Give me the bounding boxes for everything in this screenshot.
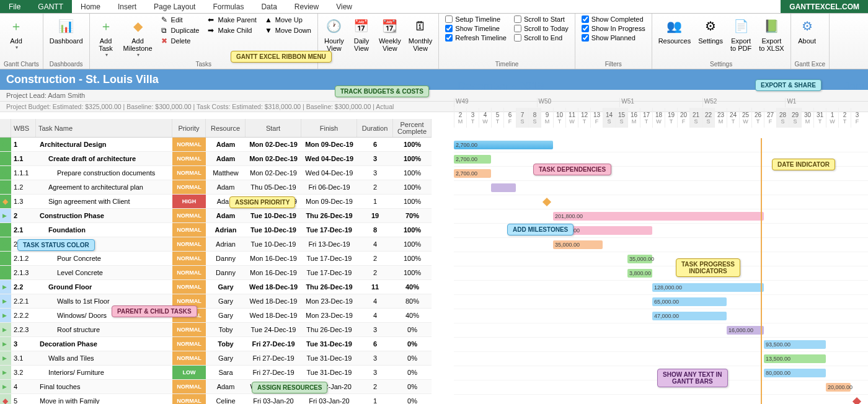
gantt-bar[interactable]: 47,000.00 [652,312,727,320]
cell-finish: Mon 23-Dec-19 [301,309,357,322]
settings-button[interactable]: ⚙Settings [696,15,725,46]
tab-formulas[interactable]: Formulas [204,0,252,13]
gantt-row[interactable] [454,181,868,195]
gantt-bar[interactable]: 35,000.00 [553,240,603,249]
gantt-row[interactable]: 65,000.00 [454,295,868,309]
table-row[interactable]: ▶3.1Walls and TilesNORMALGaryFri 27-Dec-… [0,351,432,366]
gantt-row[interactable]: 47,000.00 [454,309,868,323]
table-row[interactable]: ◆1.3Sign agreement with ClientHIGHAdamMo… [0,195,432,209]
edit-button[interactable]: ✎Edit [157,15,202,25]
gantt-bar[interactable]: 35,000.00 [627,255,652,263]
table-row[interactable]: ▶2.1FoundationNORMALAdrianTue 10-Dec-19T… [0,223,432,237]
show-completed[interactable]: Show Completed [579,15,648,24]
add-chart-button[interactable]: ＋ Add [4,15,29,51]
add-milestone-button[interactable]: ◆ Add Milestone [121,15,155,59]
make-child-button[interactable]: ➡Make Child [204,25,259,35]
about-button[interactable]: ⚙About [795,15,820,46]
cell-resource: Gary [206,309,246,322]
export-pdf-button[interactable]: 📄Export to PDF [728,15,754,53]
gantt-bar[interactable]: 2,700.00 [454,169,491,178]
gantt-row[interactable] [454,195,868,209]
gantt-row[interactable]: 16,000.00 [454,323,868,338]
cell-task: Sign agreement with Client [36,195,172,208]
add-task-button[interactable]: ＋ Add Task [94,15,118,59]
table-row[interactable]: ◆5Move in with FamilyNORMALCelineFri 03-… [0,394,432,404]
table-row[interactable]: ▶2.2.1Walls to 1st FloorNORMALGaryWed 18… [0,294,432,309]
status-cell: ▶ [0,180,11,194]
milestone-diamond[interactable] [852,397,861,404]
table-row[interactable]: ▶4Final touchesNORMALAdamWed 01-Jan-20Th… [0,380,432,394]
table-row[interactable]: ▶3.2Interiors/ FurnitureLOWSaraFri 27-De… [0,366,432,380]
setup-timeline[interactable]: Setup Timeline [443,15,509,24]
duplicate-button[interactable]: ⧉Duplicate [157,25,202,35]
callout-parent-child: PARENT & CHILD TASKS [112,305,197,317]
table-row[interactable]: ▶1.1Create draft of architectureNORMALAd… [0,152,432,166]
dashboard-button[interactable]: 📊 Dashboard [47,15,86,46]
cell-priority: HIGH [172,195,206,208]
tab-view[interactable]: View [327,0,361,13]
table-row[interactable]: ▶2.2.2Windows/ DoorsNORMALGaryWed 18-Dec… [0,309,432,323]
gantt-bar[interactable]: 2,700.00 [454,155,491,164]
table-row[interactable]: ▶2.2.3Roof structureNORMALTobyTue 24-Dec… [0,323,432,337]
gantt-row[interactable]: 3,800.00 [454,266,868,281]
delete-button[interactable]: ✖Delete [157,36,202,46]
gantt-bar[interactable]: 128,000.00 [652,283,764,292]
show-planned[interactable]: Show Planned [579,33,648,42]
move-up-button[interactable]: ▲Move Up [262,15,314,25]
show-timeline[interactable]: Show Timeline [443,24,509,33]
gantt-row[interactable] [454,395,868,404]
table-row[interactable]: ▶2Construction PhaseNORMALAdamTue 10-Dec… [0,209,432,223]
table-row[interactable]: ▶2.2Ground FloorNORMALGaryWed 18-Dec-19T… [0,280,432,294]
make-parent-button[interactable]: ⬅Make Parent [204,15,259,25]
gantt-row[interactable]: 93,500.00 [454,338,868,352]
gantt-chart[interactable]: 2,700.002,700.002,700.00201,800.0073,800… [454,138,868,404]
cell-pct: 100% [393,152,432,165]
table-row[interactable]: ▶2.1.3Level ConcreteNORMALDannyMon 16-De… [0,266,432,280]
tab-home[interactable]: Home [72,0,109,13]
tab-gantt[interactable]: GANTT [29,0,72,13]
table-row[interactable]: ▶1.1.1Prepare construction documentsNORM… [0,166,432,180]
tab-insert[interactable]: Insert [109,0,145,13]
gantt-row[interactable]: 35,000.00 [454,238,868,252]
gantt-bar[interactable]: 13,500.00 [764,354,826,363]
gantt-bar[interactable]: 80,000.00 [764,369,826,377]
tab-data[interactable]: Data [252,0,285,13]
gantt-bar[interactable]: 20,000.00 [826,383,851,392]
gantt-row[interactable]: 35,000.00 [454,252,868,266]
gantt-bar[interactable]: 16,000.00 [727,326,764,335]
cell-start: Fri 27-Dec-19 [246,366,301,379]
gantt-row[interactable]: 13,500.00 [454,352,868,366]
scroll-start[interactable]: Scroll to Start [512,15,571,24]
table-row[interactable]: ▶1Architectural DesignNORMALAdamMon 02-D… [0,138,432,152]
gantt-bar[interactable]: 3,800.00 [627,269,652,278]
tab-review[interactable]: Review [286,0,327,13]
scroll-end[interactable]: Scroll to End [512,33,571,42]
table-row[interactable]: ▶2.1.2Pour ConcreteNORMALDannyMon 16-Dec… [0,252,432,266]
gantt-row[interactable]: 201,800.00 [454,209,868,224]
hourly-view-button[interactable]: 🕐Hourly View [322,15,347,53]
monthly-view-button[interactable]: 🗓Monthly View [406,15,435,53]
gantt-bar[interactable]: 65,000.00 [652,297,727,306]
resources-button[interactable]: 👥Resources [656,15,694,46]
cell-resource: Gary [206,294,246,308]
tab-file[interactable]: File [0,0,29,13]
daily-view-button[interactable]: 📅Daily View [349,15,374,53]
table-row[interactable]: ▶3Decoration PhaseNORMALTobyFri 27-Dec-1… [0,337,432,351]
gantt-bar[interactable]: 2,700.00 [454,141,553,149]
gantt-row[interactable]: 2,700.00 [454,138,868,152]
refresh-timeline[interactable]: Refresh Timeline [443,33,509,42]
show-in-progress[interactable]: Show In Progress [579,24,648,33]
scroll-today[interactable]: Scroll to Today [512,24,571,33]
milestone-diamond[interactable] [542,198,551,206]
cell-task: Move in with Family [36,394,172,404]
gantt-bar[interactable] [491,183,516,192]
export-xlsx-button[interactable]: 📗Export to XLSX [756,15,786,53]
move-down-button[interactable]: ▼Move Down [262,25,314,35]
weekly-view-button[interactable]: 📆Weekly View [376,15,404,53]
gantt-bar[interactable]: 201,800.00 [553,212,764,221]
table-row[interactable]: ▶1.2Agreement to architectural planNORMA… [0,180,432,195]
cell-start: Mon 16-Dec-19 [246,252,301,265]
gantt-bar[interactable]: 93,500.00 [764,340,826,349]
tab-page-layout[interactable]: Page Layout [145,0,204,13]
gantt-row[interactable]: 128,000.00 [454,281,868,295]
